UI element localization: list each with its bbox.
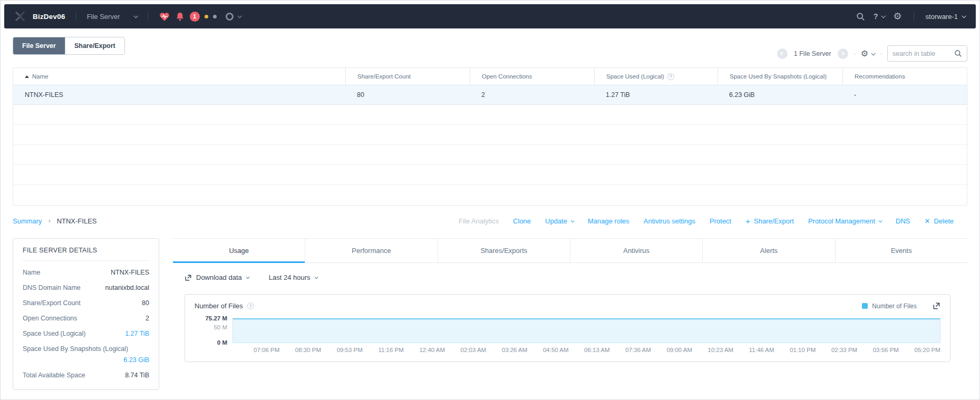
- x-tick: 08:30 PM: [295, 347, 321, 353]
- page-prev-button[interactable]: [777, 48, 788, 59]
- user-menu[interactable]: storware-1: [926, 13, 965, 21]
- help-circle-icon[interactable]: ?: [247, 303, 254, 309]
- table-empty-row: [13, 145, 967, 165]
- plus-icon: +: [745, 217, 750, 225]
- column-header-recommendations[interactable]: Recommendations: [842, 68, 967, 85]
- time-range-dropdown[interactable]: Last 24 hours: [269, 274, 317, 281]
- add-share-export-link[interactable]: +Share/Export: [745, 217, 794, 225]
- page-context-dropdown[interactable]: File Server: [87, 13, 137, 21]
- help-circle-icon[interactable]: ?: [667, 73, 674, 80]
- column-header-name[interactable]: Name: [13, 68, 345, 85]
- file-server-table: Name Share/Export Count Open Connections…: [13, 67, 967, 206]
- tab-share-export[interactable]: Share/Export: [65, 37, 124, 54]
- column-header-space-used[interactable]: Space Used (Logical)?: [594, 68, 717, 85]
- table-empty-row: [13, 105, 967, 125]
- tab-file-server[interactable]: File Server: [13, 37, 65, 54]
- app-window: BizDev06 File Server 1: [0, 0, 980, 400]
- breadcrumb-current: NTNX-FILES: [57, 217, 97, 225]
- antivirus-settings-link[interactable]: Antivirus settings: [644, 217, 695, 225]
- cell-space-used-snapshots: 6.23 GiB: [717, 85, 842, 104]
- breadcrumb-summary-link[interactable]: Summary: [13, 217, 42, 225]
- detail-tab-bar: Usage Performance Shares/Exports Antivir…: [173, 238, 967, 263]
- area-series-number-of-files[interactable]: [232, 318, 940, 343]
- detail-row-name: Name NTNX-FILES: [23, 269, 149, 276]
- column-header-open-connections[interactable]: Open Connections: [470, 68, 594, 85]
- x-tick: 07:06 PM: [254, 347, 279, 353]
- chevron-down-icon: [879, 219, 882, 222]
- cell-name[interactable]: NTNX-FILES: [13, 85, 345, 104]
- chart-y-axis: 75.27 M 50 M 0 M: [195, 318, 232, 343]
- breadcrumb-chevron-icon: ›: [48, 217, 51, 225]
- cell-recommendations: -: [842, 85, 967, 104]
- x-tick: 03:56 PM: [873, 347, 899, 353]
- space-used-link[interactable]: 1.27 TiB: [125, 330, 149, 337]
- detail-row-space-used: Space Used (Logical) 1.27 TiB: [23, 330, 149, 337]
- tab-events[interactable]: Events: [835, 239, 967, 262]
- download-data-dropdown[interactable]: Download data: [185, 274, 249, 281]
- alerts-bell-icon[interactable]: [175, 12, 185, 22]
- tab-shares-exports[interactable]: Shares/Exports: [438, 239, 570, 262]
- divider: [914, 12, 914, 21]
- table-header-row: Name Share/Export Count Open Connections…: [13, 68, 967, 85]
- expand-chart-icon[interactable]: [933, 302, 940, 310]
- chevron-down-icon: [962, 14, 966, 18]
- alert-count-badge[interactable]: 1: [190, 12, 200, 22]
- search-icon[interactable]: [856, 12, 865, 21]
- chart-plot-area: 75.27 M 50 M 0 M: [195, 318, 940, 343]
- legend-swatch: [862, 303, 868, 309]
- number-of-files-chart-card: Number of Files ? Number of Files: [185, 294, 950, 362]
- x-icon: ✕: [925, 217, 930, 225]
- cell-share-export-count: 80: [345, 85, 470, 104]
- warning-dot-icon[interactable]: [205, 15, 208, 18]
- tab-usage[interactable]: Usage: [173, 239, 305, 262]
- usage-toolbar: Download data Last 24 hours: [173, 274, 967, 281]
- settings-gear-icon[interactable]: ⚙: [893, 12, 901, 21]
- table-settings-dropdown[interactable]: ⚙: [861, 50, 875, 58]
- table-empty-row: [13, 165, 967, 185]
- protect-link[interactable]: Protect: [710, 217, 731, 225]
- chevron-down-icon: [871, 51, 875, 55]
- table-search-box: [887, 45, 967, 62]
- health-heart-icon[interactable]: [159, 11, 170, 22]
- page-next-button[interactable]: [838, 48, 848, 59]
- tasks-ring-dropdown[interactable]: [226, 13, 241, 21]
- manage-roles-link[interactable]: Manage roles: [588, 217, 629, 225]
- column-header-share-export-count[interactable]: Share/Export Count: [345, 68, 470, 85]
- x-tick: 05:20 PM: [915, 347, 940, 353]
- help-menu[interactable]: ?: [874, 12, 885, 21]
- detail-row-total-available-space: Total Available Space 8.74 TiB: [23, 372, 149, 379]
- x-tick: 03:26 AM: [502, 347, 528, 353]
- tab-performance[interactable]: Performance: [305, 239, 437, 262]
- tab-antivirus[interactable]: Antivirus: [570, 239, 702, 262]
- sort-asc-icon: [25, 75, 29, 78]
- protocol-management-dropdown[interactable]: Protocol Management: [808, 217, 881, 225]
- entity-tab-group: File Server Share/Export: [13, 37, 125, 55]
- x-tick: 02:33 PM: [831, 347, 857, 353]
- x-tick: 07:36 AM: [625, 347, 651, 353]
- divider: [76, 12, 76, 21]
- search-icon[interactable]: [954, 50, 962, 57]
- chevron-down-icon: [314, 275, 318, 279]
- chevron-down-icon: [246, 275, 249, 279]
- update-dropdown[interactable]: Update: [545, 217, 574, 225]
- entity-count-label: 1 File Server: [794, 50, 831, 57]
- chart-x-axis: 07:06 PM 08:30 PM 09:53 PM 11:16 PM 12:4…: [254, 347, 940, 353]
- info-dot-icon[interactable]: [213, 15, 217, 18]
- tab-alerts[interactable]: Alerts: [702, 239, 835, 262]
- divider: [148, 12, 148, 21]
- delete-link[interactable]: ✕Delete: [925, 217, 954, 225]
- clone-link[interactable]: Clone: [513, 217, 531, 225]
- legend-label: Number of Files: [872, 303, 917, 310]
- table-search-input[interactable]: [892, 50, 951, 57]
- action-links: File Analytics Clone Update Manage roles…: [459, 217, 954, 225]
- detail-header-row: Summary › NTNX-FILES File Analytics Clon…: [13, 213, 967, 229]
- table-row[interactable]: NTNX-FILES 80 2 1.27 TiB 6.23 GiB -: [13, 85, 967, 105]
- detail-row-dns-domain: DNS Domain Name nutanixbd.local: [23, 284, 149, 291]
- snapshot-space-link[interactable]: 6.23 GiB: [123, 356, 149, 364]
- dns-link[interactable]: DNS: [896, 217, 910, 225]
- nutanix-logo-icon[interactable]: [15, 12, 25, 21]
- y-tick-max: 75.27 M: [205, 315, 227, 321]
- x-tick: 11:16 PM: [378, 347, 403, 353]
- column-header-space-used-snapshots[interactable]: Space Used By Snapshots (Logical): [717, 68, 842, 85]
- y-tick-mid: 50 M: [214, 324, 227, 330]
